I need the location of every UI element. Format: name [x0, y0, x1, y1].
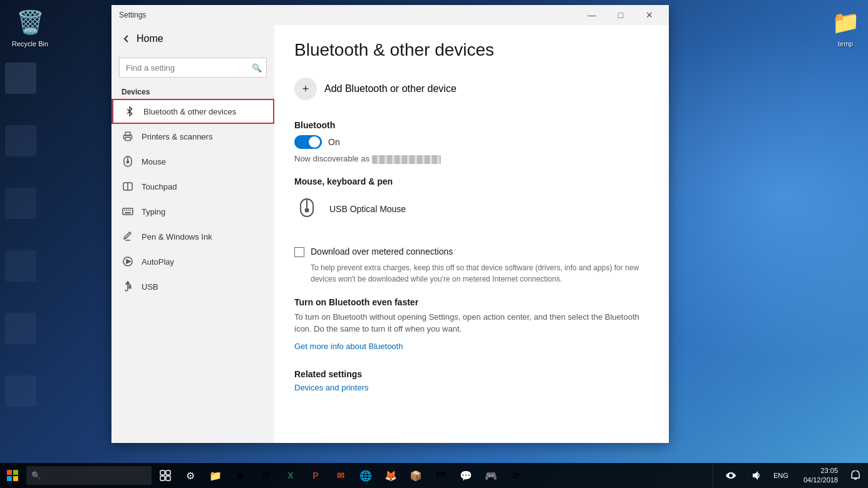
- taskview-button[interactable]: [153, 463, 178, 488]
- sidebar-item-pen[interactable]: Pen & Windows Ink: [111, 224, 274, 249]
- settings-sidebar: Home 🔍 Devices Bluetooth & othe: [111, 25, 274, 443]
- firefox-icon: 🦊: [385, 470, 397, 482]
- taskbar-icon-12[interactable]: 💬: [453, 463, 478, 488]
- taskbar-app-icons: ⚙ 📁 🖩 W X P ✉ 🌐 🦊: [153, 463, 529, 488]
- related-section-title: Related settings: [294, 369, 649, 379]
- bluetooth-toggle[interactable]: [294, 135, 322, 149]
- search-input[interactable]: [119, 58, 267, 78]
- file-explorer-icon[interactable]: 📁: [203, 463, 228, 488]
- recycle-bin-image: 🗑️: [15, 8, 45, 38]
- temp-folder-image: 📁: [830, 8, 860, 38]
- page-title: Bluetooth & other devices: [294, 40, 649, 60]
- svg-point-19: [130, 285, 131, 287]
- svg-rect-28: [160, 470, 165, 475]
- folder-taskbar-icon: 📁: [209, 470, 222, 482]
- calculator-icon: 🖩: [235, 470, 245, 481]
- touchpad-icon: [121, 180, 134, 193]
- recycle-bin-icon[interactable]: 🗑️ Recycle Bin: [5, 5, 55, 50]
- sidebar-section-label: Devices: [111, 83, 274, 99]
- sidebar-label-pen: Pen & Windows Ink: [142, 232, 212, 241]
- sidebar-item-mouse[interactable]: Mouse: [111, 149, 274, 174]
- svg-rect-25: [13, 470, 18, 475]
- svg-rect-30: [160, 476, 165, 480]
- close-button[interactable]: ✕: [635, 5, 664, 25]
- excel-icon: X: [287, 470, 293, 480]
- taskbar-icon-5[interactable]: X: [278, 463, 303, 488]
- svg-point-23: [306, 208, 309, 211]
- taskbar-icon-11[interactable]: 🗺: [428, 463, 453, 488]
- notification-center-button[interactable]: [843, 463, 868, 488]
- usb-icon: [121, 280, 134, 293]
- metered-checkbox-label: Download over metered connections: [311, 247, 453, 257]
- sidebar-item-autoplay[interactable]: AutoPlay: [111, 249, 274, 274]
- back-arrow-icon: [121, 34, 132, 44]
- taskbar-icon-13[interactable]: 🎮: [478, 463, 504, 488]
- bluetooth-section: Bluetooth On Now discoverable as: [294, 120, 649, 164]
- taskbar-icon-3[interactable]: 🖩: [228, 463, 253, 488]
- faster-section-title: Turn on Bluetooth even faster: [294, 297, 649, 307]
- sidebar-label-typing: Typing: [142, 207, 165, 216]
- start-button[interactable]: [0, 463, 25, 488]
- home-label: Home: [137, 33, 163, 44]
- faster-section: Turn on Bluetooth even faster To turn on…: [294, 297, 649, 352]
- skype-icon: 💬: [460, 470, 472, 482]
- xbox-icon: 🎮: [485, 470, 497, 482]
- temp-folder-icon[interactable]: 📁 temp: [820, 5, 868, 50]
- sidebar-item-touchpad[interactable]: Touchpad: [111, 174, 274, 199]
- taskbar-clock[interactable]: 23:05 04/12/2018: [798, 466, 843, 485]
- add-device-icon: +: [294, 78, 317, 100]
- temp-folder-label: temp: [838, 40, 853, 48]
- usb-mouse-label: USB Optical Mouse: [329, 204, 406, 214]
- taskbar-icon-8[interactable]: 🌐: [353, 463, 378, 488]
- sidebar-item-usb[interactable]: USB: [111, 274, 274, 299]
- metered-connections-section: Download over metered connections To hel…: [294, 247, 649, 285]
- add-device-label: Add Bluetooth or other device: [324, 83, 457, 94]
- svg-rect-24: [7, 470, 12, 475]
- settings-taskbar-icon[interactable]: ⚙: [178, 463, 203, 488]
- language-indicator[interactable]: ENG: [768, 463, 793, 488]
- window-titlebar: Settings — □ ✕: [111, 5, 669, 25]
- main-content: Bluetooth & other devices + Add Bluetoot…: [274, 25, 669, 443]
- faster-description: To turn on Bluetooth without opening Set…: [294, 311, 649, 335]
- taskbar-icon-4[interactable]: W: [253, 463, 278, 488]
- toggle-thumb: [309, 136, 320, 148]
- metered-checkbox-desc: To help prevent extra charges, keep this…: [311, 262, 649, 285]
- gear-icon: ⚙: [186, 470, 195, 482]
- printers-icon: [121, 130, 134, 143]
- sidebar-item-typing[interactable]: Typing: [111, 199, 274, 224]
- discoverable-prefix: Now discoverable as: [294, 154, 369, 163]
- metered-checkbox[interactable]: [294, 247, 304, 257]
- back-home-button[interactable]: Home: [111, 25, 274, 53]
- taskbar-icon-6[interactable]: P: [303, 463, 328, 488]
- sidebar-item-bluetooth[interactable]: Bluetooth & other devices: [111, 99, 274, 124]
- device-name-redacted: [372, 155, 441, 164]
- search-icon: 🔍: [252, 63, 262, 73]
- taskbar-icon-14[interactable]: 🛍: [504, 463, 529, 488]
- bluetooth-toggle-row: On: [294, 135, 649, 149]
- taskbar-tray: ENG: [713, 463, 798, 488]
- minimize-button[interactable]: —: [577, 5, 606, 25]
- network-icon[interactable]: [718, 463, 743, 488]
- svg-rect-29: [166, 470, 170, 475]
- autoplay-icon: [121, 255, 134, 268]
- devices-printers-link[interactable]: Devices and printers: [294, 383, 369, 392]
- taskbar-icon-7[interactable]: ✉: [328, 463, 353, 488]
- svg-point-20: [130, 287, 131, 288]
- more-info-link[interactable]: Get more info about Bluetooth: [294, 342, 403, 351]
- search-icon-taskbar: 🔍: [31, 471, 41, 480]
- taskbar-search-bar[interactable]: 🔍: [26, 466, 152, 485]
- sidebar-label-usb: USB: [142, 282, 158, 292]
- mouse-device-icon: [294, 196, 319, 221]
- taskbar-icon-10[interactable]: 📦: [403, 463, 428, 488]
- taskbar-icon-9[interactable]: 🦊: [378, 463, 403, 488]
- bluetooth-toggle-label: On: [328, 137, 340, 147]
- settings-body: Home 🔍 Devices Bluetooth & othe: [111, 25, 669, 443]
- sidebar-item-printers[interactable]: Printers & scanners: [111, 124, 274, 149]
- sidebar-label-touchpad: Touchpad: [142, 182, 177, 191]
- add-device-button[interactable]: + Add Bluetooth or other device: [294, 75, 649, 103]
- svg-rect-26: [7, 476, 12, 481]
- volume-icon[interactable]: [743, 463, 768, 488]
- maps-icon: 🗺: [436, 470, 446, 481]
- maximize-button[interactable]: □: [606, 5, 635, 25]
- usb-mouse-item[interactable]: USB Optical Mouse: [294, 189, 649, 229]
